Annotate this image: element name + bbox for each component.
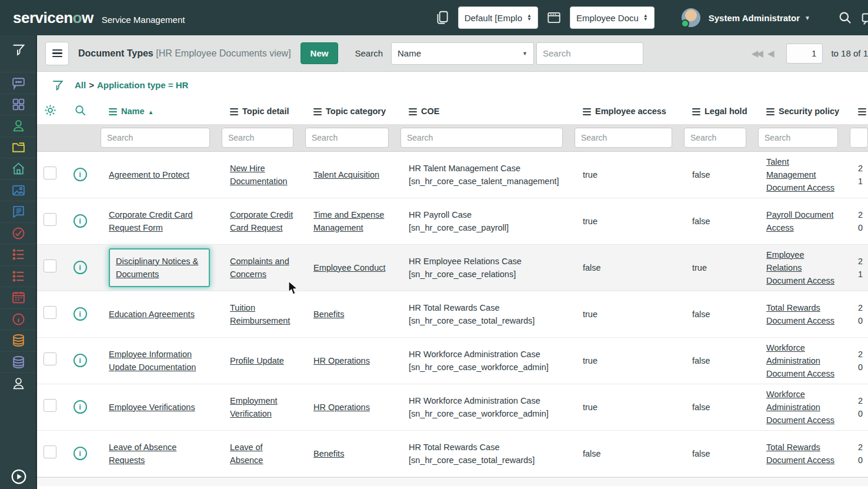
sidebar-item[interactable] bbox=[0, 287, 37, 308]
security-policy-link[interactable]: Talent Management Document Access bbox=[766, 157, 834, 192]
info-icon[interactable]: i bbox=[74, 307, 87, 321]
security-policy-link[interactable]: Employee Relations Document Access bbox=[766, 250, 834, 285]
user-menu[interactable]: System Administrator▼ bbox=[709, 13, 810, 23]
page-number-input[interactable] bbox=[786, 44, 823, 64]
record-link[interactable]: Disciplinary Notices & Documents bbox=[116, 257, 198, 279]
sidebar-item[interactable] bbox=[0, 222, 37, 244]
security-policy-link[interactable]: Payroll Document Access bbox=[766, 210, 833, 232]
sidebar-item[interactable] bbox=[0, 137, 37, 158]
info-icon[interactable]: i bbox=[74, 400, 87, 414]
row-checkbox[interactable] bbox=[44, 167, 56, 179]
sidebar-item[interactable] bbox=[0, 94, 37, 115]
topic-detail-link[interactable]: Corporate Credit Card Request bbox=[230, 210, 293, 232]
search-icon[interactable] bbox=[837, 10, 853, 25]
topic-category-link[interactable]: Talent Acquisition bbox=[313, 170, 379, 179]
column-header-legal-hold[interactable]: Legal hold bbox=[680, 98, 755, 124]
security-policy-link[interactable]: Workforce Administration Document Access bbox=[766, 390, 834, 425]
prev-page-button[interactable]: ◀ bbox=[767, 48, 773, 59]
topic-category-link[interactable]: Benefits bbox=[313, 310, 344, 319]
breadcrumb-filter[interactable]: Application type = HR bbox=[97, 80, 188, 90]
clipped-cell: 21 bbox=[846, 151, 868, 198]
row-checkbox[interactable] bbox=[44, 445, 56, 458]
topic-category-link[interactable]: Employee Conduct bbox=[313, 263, 386, 272]
column-filter-input-security-policy[interactable] bbox=[758, 128, 838, 148]
column-header-security-policy[interactable]: Security policy bbox=[755, 98, 846, 124]
record-link[interactable]: Agreement to Protect bbox=[109, 170, 189, 179]
search-field-select[interactable]: Name ▼ bbox=[391, 42, 534, 65]
record-link[interactable]: Education Agreements bbox=[109, 310, 195, 319]
topic-detail-link[interactable]: Complaints and Concerns bbox=[230, 257, 289, 279]
row-checkbox[interactable] bbox=[44, 306, 56, 319]
record-link[interactable]: Employee Verifications bbox=[109, 402, 195, 412]
row-checkbox[interactable] bbox=[44, 213, 56, 226]
row-checkbox[interactable] bbox=[44, 260, 56, 272]
security-policy-link[interactable]: Total Rewards Document Access bbox=[766, 303, 834, 325]
column-filter-input-employee-access[interactable] bbox=[575, 128, 672, 148]
column-header-clipped[interactable] bbox=[846, 98, 868, 124]
topic-detail-link[interactable]: Employment Verification bbox=[230, 396, 278, 418]
topic-category-link[interactable]: Time and Expense Management bbox=[313, 210, 384, 232]
security-policy-link[interactable]: Workforce Administration Document Access bbox=[766, 343, 834, 378]
application-picker-icon[interactable] bbox=[546, 10, 562, 25]
new-button[interactable]: New bbox=[301, 42, 339, 64]
application-select[interactable]: Employee Docu ▲▼ bbox=[570, 6, 655, 29]
list-menu-button[interactable] bbox=[45, 42, 69, 65]
info-icon[interactable]: i bbox=[74, 214, 87, 228]
column-filter-input-topic-detail[interactable] bbox=[222, 128, 293, 148]
info-icon[interactable]: i bbox=[74, 168, 87, 181]
topic-category-link[interactable]: HR Operations bbox=[313, 402, 370, 412]
list-settings-gear[interactable] bbox=[37, 98, 63, 124]
sidebar-item[interactable] bbox=[0, 72, 37, 94]
column-filter-input-legal-hold[interactable] bbox=[684, 128, 746, 148]
sidebar-item[interactable] bbox=[0, 244, 37, 265]
topic-detail-link[interactable]: Tuition Reimbursement bbox=[230, 303, 290, 325]
list-search-input[interactable] bbox=[536, 42, 643, 65]
column-filter-input-topic-category[interactable] bbox=[305, 128, 389, 148]
sidebar-item[interactable] bbox=[0, 201, 37, 222]
filter-icon[interactable] bbox=[51, 79, 64, 92]
column-header-coe[interactable]: COE bbox=[397, 98, 571, 124]
column-filter-input-clipped[interactable] bbox=[850, 128, 868, 148]
chat-icon[interactable] bbox=[861, 10, 868, 25]
user-avatar[interactable] bbox=[682, 8, 700, 27]
sidebar-item[interactable] bbox=[0, 179, 37, 201]
column-header-topic-category[interactable]: Topic category bbox=[302, 98, 397, 124]
employee-access-cell: false bbox=[571, 244, 680, 291]
topic-detail-link[interactable]: Profile Update bbox=[230, 356, 284, 365]
info-icon[interactable]: i bbox=[74, 354, 87, 367]
column-filter-input-name[interactable] bbox=[101, 128, 210, 148]
sidebar-item[interactable] bbox=[0, 115, 37, 137]
breadcrumb-all[interactable]: All bbox=[75, 80, 86, 90]
update-set-icon[interactable] bbox=[435, 10, 450, 25]
update-set-select[interactable]: Default [Emplo ▲▼ bbox=[458, 6, 538, 29]
sidebar-item[interactable] bbox=[0, 265, 37, 287]
play-button[interactable] bbox=[0, 468, 37, 485]
record-link[interactable]: Employee Information Update Documentatio… bbox=[109, 350, 196, 372]
column-header-name[interactable]: Name▲ bbox=[97, 98, 218, 124]
info-icon[interactable]: i bbox=[74, 447, 87, 460]
record-link[interactable]: Leave of Absence Requests bbox=[109, 443, 176, 465]
sidebar-item[interactable] bbox=[0, 372, 37, 394]
sidebar-item[interactable] bbox=[0, 158, 37, 179]
sidebar-item[interactable] bbox=[0, 351, 37, 373]
row-checkbox[interactable] bbox=[44, 352, 56, 365]
filter-icon bbox=[11, 42, 26, 57]
row-checkbox[interactable] bbox=[44, 399, 56, 412]
info-icon[interactable]: i bbox=[74, 261, 87, 274]
topic-category-link[interactable]: Benefits bbox=[313, 449, 344, 458]
first-page-button[interactable]: ◀◀ bbox=[752, 48, 762, 59]
column-filter-input-coe[interactable] bbox=[400, 128, 563, 148]
sidebar-item[interactable] bbox=[0, 35, 37, 64]
search-icon bbox=[74, 104, 87, 117]
topic-detail-link[interactable]: New Hire Documentation bbox=[230, 164, 288, 186]
column-search-toggle[interactable] bbox=[63, 98, 97, 124]
servicenow-logo[interactable]: servicenow Service Management bbox=[13, 9, 185, 27]
security-policy-link[interactable]: Total Rewards Document Access bbox=[766, 443, 834, 465]
sidebar-item[interactable] bbox=[0, 330, 37, 351]
topic-category-link[interactable]: HR Operations bbox=[313, 356, 370, 365]
record-link[interactable]: Corporate Credit Card Request Form bbox=[109, 210, 193, 232]
sidebar-item[interactable] bbox=[0, 308, 37, 330]
column-header-topic-detail[interactable]: Topic detail bbox=[218, 98, 302, 124]
column-header-employee-access[interactable]: Employee access bbox=[571, 98, 680, 124]
topic-detail-link[interactable]: Leave of Absence bbox=[230, 443, 263, 465]
